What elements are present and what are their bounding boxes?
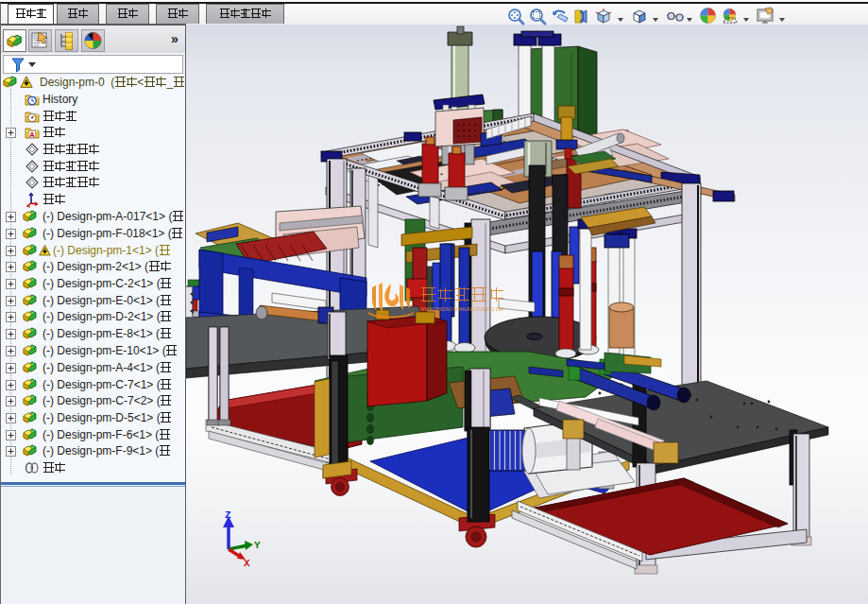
svg-text:Z: Z bbox=[225, 509, 231, 521]
svg-text:X: X bbox=[244, 558, 250, 567]
svg-text:Y: Y bbox=[254, 540, 261, 551]
